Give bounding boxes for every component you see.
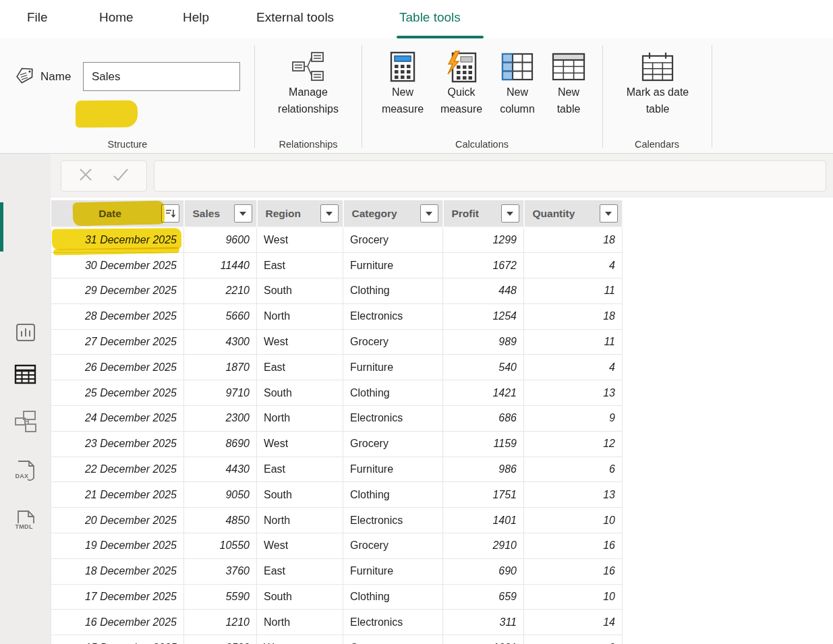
cell-category[interactable]: Clothing	[343, 584, 443, 610]
column-header-sales[interactable]: Sales	[184, 200, 257, 227]
cell-category[interactable]: Electronics	[343, 303, 443, 329]
cell-quantity[interactable]: 18	[524, 303, 623, 329]
new-column-button[interactable]: New column	[488, 49, 547, 118]
cell-category[interactable]: Clothing	[343, 482, 443, 508]
cell-date[interactable]: 17 December 2025	[51, 584, 184, 610]
cell-sales[interactable]: 4850	[184, 508, 257, 533]
cell-sales[interactable]: 2300	[184, 406, 257, 432]
tab-file[interactable]: File	[27, 10, 48, 25]
cell-category[interactable]: Electronics	[343, 508, 443, 533]
cell-profit[interactable]: 1421	[443, 380, 524, 406]
cell-quantity[interactable]: 13	[524, 380, 623, 406]
cell-category[interactable]: Clothing	[343, 279, 443, 304]
cell-region[interactable]: North	[257, 610, 343, 635]
cell-profit[interactable]: 540	[443, 355, 524, 380]
cell-region[interactable]: West	[257, 329, 343, 355]
new-measure-button[interactable]: New measure	[373, 49, 432, 118]
cell-category[interactable]: Electronics	[343, 406, 443, 432]
cell-category[interactable]: Grocery	[343, 431, 443, 457]
sidebar-item-table-view[interactable]	[0, 360, 51, 391]
cell-date[interactable]: 24 December 2025	[51, 406, 184, 432]
cell-sales[interactable]: 3520	[184, 635, 257, 644]
cell-category[interactable]: Furniture	[343, 457, 443, 482]
cell-region[interactable]: West	[257, 635, 343, 644]
table-name-input[interactable]	[83, 62, 240, 91]
column-dropdown-icon[interactable]	[600, 204, 618, 223]
cell-profit[interactable]: 1751	[443, 482, 524, 508]
cell-region[interactable]: North	[257, 303, 343, 329]
cell-quantity[interactable]: 10	[524, 508, 623, 533]
tab-help[interactable]: Help	[183, 10, 209, 25]
cell-profit[interactable]: 986	[443, 457, 524, 482]
cell-date[interactable]: 20 December 2025	[51, 508, 184, 533]
cell-quantity[interactable]: 4	[524, 253, 623, 279]
cell-quantity[interactable]: 11	[524, 279, 623, 304]
cell-sales[interactable]: 10550	[184, 533, 257, 559]
cell-quantity[interactable]: 12	[524, 431, 623, 457]
cell-profit[interactable]: 1672	[443, 253, 524, 279]
cell-region[interactable]: South	[257, 584, 343, 610]
column-header-date[interactable]: Date	[51, 200, 184, 227]
cell-date[interactable]: 31 December 2025	[51, 227, 184, 253]
cell-category[interactable]: Grocery	[343, 533, 443, 559]
cell-profit[interactable]: 1159	[443, 431, 524, 457]
cell-date[interactable]: 16 December 2025	[51, 610, 184, 635]
cell-profit[interactable]: 1021	[443, 635, 524, 644]
cell-profit[interactable]: 1299	[443, 227, 524, 253]
cell-category[interactable]: Grocery	[343, 635, 443, 644]
cell-region[interactable]: West	[257, 533, 343, 559]
cell-region[interactable]: West	[257, 227, 343, 253]
cell-profit[interactable]: 659	[443, 584, 524, 610]
formula-input[interactable]	[154, 160, 826, 192]
cell-quantity[interactable]: 4	[524, 355, 623, 380]
quick-measure-button[interactable]: Quick measure	[431, 49, 492, 118]
column-header-category[interactable]: Category	[343, 200, 443, 227]
cell-date[interactable]: 27 December 2025	[51, 329, 184, 355]
cell-date[interactable]: 28 December 2025	[51, 303, 184, 329]
cell-region[interactable]: East	[257, 355, 343, 380]
cell-profit[interactable]: 1254	[443, 303, 524, 329]
cell-date[interactable]: 21 December 2025	[51, 482, 184, 508]
cell-date[interactable]: 22 December 2025	[51, 457, 184, 482]
new-table-button[interactable]: New table	[546, 49, 592, 118]
cell-category[interactable]: Grocery	[343, 329, 443, 355]
cell-category[interactable]: Grocery	[343, 227, 443, 253]
cell-sales[interactable]: 9600	[184, 227, 257, 253]
cell-region[interactable]: South	[257, 380, 343, 406]
cell-date[interactable]: 26 December 2025	[51, 355, 184, 380]
column-dropdown-icon[interactable]	[234, 204, 252, 223]
column-header-quantity[interactable]: Quantity	[524, 200, 623, 227]
cell-date[interactable]: 25 December 2025	[51, 380, 184, 406]
cell-profit[interactable]: 2910	[443, 533, 524, 559]
cell-date[interactable]: 15 December 2025	[51, 635, 184, 644]
cell-quantity[interactable]: 9	[524, 406, 623, 432]
cell-date[interactable]: 19 December 2025	[51, 533, 184, 559]
cell-quantity[interactable]: 16	[524, 558, 623, 584]
cell-region[interactable]: East	[257, 253, 343, 279]
cell-quantity[interactable]: 3	[524, 635, 623, 644]
cell-quantity[interactable]: 16	[524, 533, 623, 559]
column-header-region[interactable]: Region	[257, 200, 343, 227]
column-dropdown-icon[interactable]	[420, 204, 438, 223]
commit-formula-icon[interactable]	[112, 167, 130, 185]
sidebar-item-tmdl-view[interactable]: TMDL	[0, 507, 51, 538]
cell-date[interactable]: 29 December 2025	[51, 279, 184, 304]
cell-profit[interactable]: 690	[443, 558, 524, 584]
column-dropdown-icon[interactable]	[501, 204, 519, 223]
column-header-profit[interactable]: Profit	[443, 200, 524, 227]
cell-region[interactable]: East	[257, 558, 343, 584]
cell-sales[interactable]: 11440	[184, 253, 257, 279]
cell-profit[interactable]: 989	[443, 329, 524, 355]
cancel-formula-icon[interactable]	[78, 167, 93, 185]
cell-quantity[interactable]: 10	[524, 584, 623, 610]
cell-profit[interactable]: 311	[443, 610, 524, 635]
mark-as-date-table-button[interactable]: Mark as date table	[610, 49, 705, 118]
cell-quantity[interactable]: 6	[524, 457, 623, 482]
cell-region[interactable]: South	[257, 279, 343, 304]
manage-relationships-button[interactable]: Manage relationships	[259, 49, 357, 118]
cell-category[interactable]: Clothing	[343, 380, 443, 406]
sidebar-item-dax-query-view[interactable]: DAX	[0, 457, 51, 488]
cell-sales[interactable]: 9710	[184, 380, 257, 406]
cell-region[interactable]: South	[257, 482, 343, 508]
sidebar-item-report-view[interactable]	[0, 318, 51, 349]
